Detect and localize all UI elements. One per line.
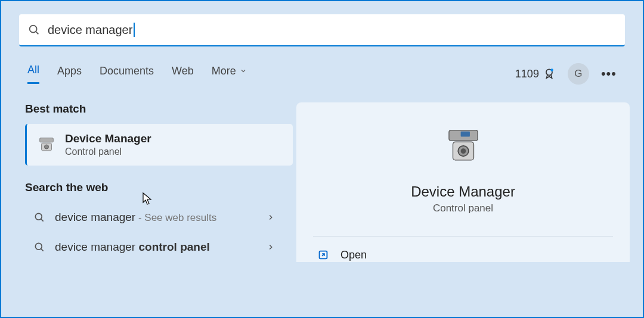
svg-point-3 xyxy=(550,68,553,71)
text-caret xyxy=(134,23,135,37)
detail-title: Device Manager xyxy=(411,183,515,200)
search-box[interactable]: device manager xyxy=(19,14,625,46)
best-match-label: Best match xyxy=(25,102,296,116)
svg-point-7 xyxy=(35,213,42,220)
device-manager-icon xyxy=(442,126,484,168)
filter-tabs: All Apps Documents Web More xyxy=(27,64,247,84)
web-result-1[interactable]: device manager - See web results xyxy=(25,202,296,232)
web-result-text: device manager control panel xyxy=(55,241,210,254)
svg-point-15 xyxy=(460,148,466,154)
open-external-icon xyxy=(317,248,330,261)
chevron-down-icon xyxy=(240,67,247,74)
profile-avatar[interactable]: G xyxy=(568,63,589,85)
detail-subtitle: Control panel xyxy=(433,202,493,214)
best-match-result[interactable]: Device Manager Control panel xyxy=(25,124,293,166)
open-label: Open xyxy=(340,249,367,261)
search-web-label: Search the web xyxy=(25,181,296,194)
web-result-2[interactable]: device manager control panel xyxy=(25,232,296,262)
search-icon xyxy=(33,211,45,223)
result-title: Device Manager xyxy=(65,132,151,145)
tab-apps[interactable]: Apps xyxy=(57,65,82,83)
svg-point-9 xyxy=(35,243,42,250)
tab-web[interactable]: Web xyxy=(172,65,194,83)
svg-line-1 xyxy=(36,32,38,34)
more-menu-button[interactable]: ••• xyxy=(601,66,617,82)
result-subtitle: Control panel xyxy=(65,146,151,157)
svg-rect-4 xyxy=(40,138,54,142)
rewards-counter[interactable]: 1109 xyxy=(515,67,556,80)
search-icon xyxy=(33,241,45,253)
rewards-medal-icon xyxy=(543,67,556,80)
svg-line-10 xyxy=(41,249,44,251)
svg-rect-12 xyxy=(460,132,469,137)
web-result-text: device manager - See web results xyxy=(55,211,216,224)
device-manager-icon xyxy=(36,135,57,155)
chevron-right-icon xyxy=(267,213,275,222)
tab-more[interactable]: More xyxy=(212,65,247,83)
tab-documents[interactable]: Documents xyxy=(100,65,154,83)
search-icon xyxy=(27,23,41,36)
svg-line-8 xyxy=(41,219,44,222)
avatar-initial: G xyxy=(574,68,582,80)
open-action[interactable]: Open xyxy=(296,236,630,261)
detail-panel: Device Manager Control panel Open xyxy=(296,102,630,262)
svg-point-0 xyxy=(30,26,37,33)
search-input[interactable]: device manager xyxy=(48,23,132,37)
svg-point-6 xyxy=(44,145,48,149)
rewards-points: 1109 xyxy=(515,68,539,80)
tab-all[interactable]: All xyxy=(27,64,39,84)
chevron-right-icon xyxy=(267,243,275,251)
